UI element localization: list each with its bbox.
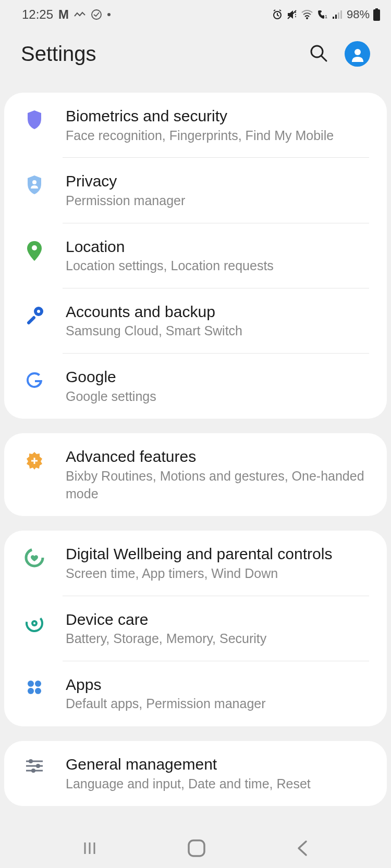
svg-rect-7 <box>338 12 339 19</box>
search-icon <box>309 44 328 62</box>
row-title: Privacy <box>66 171 369 191</box>
settings-row-advanced[interactable]: Advanced features Bixby Routines, Motion… <box>4 433 387 516</box>
svg-point-25 <box>28 681 34 687</box>
svg-point-27 <box>28 688 34 694</box>
row-title: Biometrics and security <box>66 106 369 126</box>
svg-point-28 <box>35 688 41 694</box>
person-icon <box>350 46 365 62</box>
google-icon <box>22 367 47 390</box>
svg-rect-9 <box>375 8 378 9</box>
wifi-icon <box>301 9 313 20</box>
svg-point-30 <box>29 759 33 763</box>
header: Settings <box>0 29 391 93</box>
device-care-icon <box>22 610 47 634</box>
svg-point-11 <box>311 46 323 57</box>
settings-row-devicecare[interactable]: Device care Battery, Storage, Memory, Se… <box>4 596 387 661</box>
row-subtitle: Default apps, Permission manager <box>66 695 369 713</box>
row-subtitle: Language and input, Date and time, Reset <box>66 775 369 793</box>
settings-group: Biometrics and security Face recognition… <box>4 93 387 419</box>
battery-icon <box>373 8 381 21</box>
row-subtitle: Google settings <box>66 388 369 406</box>
svg-rect-38 <box>189 840 204 856</box>
row-title: Location <box>66 237 369 257</box>
gear-plus-icon <box>22 447 47 471</box>
row-subtitle: Face recognition, Fingerprints, Find My … <box>66 127 369 145</box>
svg-text:1: 1 <box>325 14 327 19</box>
home-icon <box>187 838 206 858</box>
svg-point-26 <box>35 681 41 687</box>
svg-rect-18 <box>27 316 36 325</box>
settings-group: Advanced features Bixby Routines, Motion… <box>4 433 387 516</box>
svg-point-13 <box>355 49 361 55</box>
row-subtitle: Screen time, App timers, Wind Down <box>66 565 369 583</box>
sliders-icon <box>22 754 47 774</box>
svg-rect-10 <box>373 9 380 21</box>
recents-button[interactable] <box>81 839 99 859</box>
row-subtitle: Battery, Storage, Memory, Security <box>66 630 369 648</box>
shield-user-icon <box>22 171 47 195</box>
settings-row-apps[interactable]: Apps Default apps, Permission manager <box>4 661 387 726</box>
settings-row-general[interactable]: General management Language and input, D… <box>4 741 387 806</box>
trend-icon <box>74 11 85 18</box>
home-button[interactable] <box>187 838 206 860</box>
svg-rect-6 <box>335 15 337 19</box>
svg-point-24 <box>33 622 35 624</box>
svg-point-15 <box>32 245 37 250</box>
svg-point-14 <box>32 180 36 184</box>
settings-row-accounts[interactable]: Accounts and backup Samsung Cloud, Smart… <box>4 288 387 354</box>
status-right: 1 98% <box>272 8 381 21</box>
svg-rect-5 <box>333 17 334 19</box>
pin-icon <box>22 237 47 262</box>
row-title: Digital Wellbeing and parental controls <box>66 544 369 564</box>
svg-rect-8 <box>340 10 342 19</box>
row-subtitle: Permission manager <box>66 192 369 210</box>
svg-point-32 <box>36 764 40 768</box>
row-title: Accounts and backup <box>66 302 369 322</box>
settings-row-location[interactable]: Location Location settings, Location req… <box>4 223 387 288</box>
nav-bar <box>0 831 391 868</box>
battery-text: 98% <box>347 8 370 21</box>
svg-line-12 <box>322 56 326 61</box>
check-circle-icon <box>91 9 102 20</box>
status-bar: 12:25 M 1 98% <box>0 0 391 29</box>
gmail-icon: M <box>58 7 69 22</box>
settings-row-wellbeing[interactable]: Digital Wellbeing and parental controls … <box>4 531 387 596</box>
alarm-icon <box>272 9 283 20</box>
volte-icon: 1 <box>316 9 329 20</box>
settings-group: Digital Wellbeing and parental controls … <box>4 531 387 726</box>
row-subtitle: Location settings, Location requests <box>66 257 369 275</box>
row-title: Device care <box>66 610 369 630</box>
status-time: 12:25 <box>22 7 53 22</box>
wellbeing-icon <box>22 544 47 568</box>
apps-icon <box>22 675 47 697</box>
signal-icon <box>332 9 344 20</box>
row-title: Advanced features <box>66 447 369 467</box>
settings-row-privacy[interactable]: Privacy Permission manager <box>4 158 387 223</box>
profile-button[interactable] <box>345 41 370 67</box>
dot-icon <box>107 13 111 16</box>
svg-point-0 <box>92 10 101 19</box>
mute-icon <box>286 9 298 20</box>
page-title: Settings <box>21 42 96 66</box>
row-title: Google <box>66 367 369 387</box>
key-icon <box>22 302 47 326</box>
status-left: 12:25 M <box>22 7 111 22</box>
shield-icon <box>22 106 47 130</box>
row-title: General management <box>66 754 369 774</box>
svg-point-34 <box>31 769 35 773</box>
search-button[interactable] <box>309 44 328 65</box>
recents-icon <box>81 839 99 857</box>
svg-point-3 <box>306 17 308 19</box>
row-subtitle: Samsung Cloud, Smart Switch <box>66 322 369 340</box>
row-title: Apps <box>66 675 369 695</box>
settings-row-google[interactable]: Google Google settings <box>4 354 387 419</box>
settings-group: General management Language and input, D… <box>4 741 387 806</box>
row-subtitle: Bixby Routines, Motions and gestures, On… <box>66 468 369 503</box>
settings-list[interactable]: Biometrics and security Face recognition… <box>0 93 391 806</box>
back-icon <box>295 839 310 857</box>
settings-row-biometrics[interactable]: Biometrics and security Face recognition… <box>4 93 387 158</box>
back-button[interactable] <box>295 839 310 859</box>
svg-point-17 <box>37 310 40 313</box>
